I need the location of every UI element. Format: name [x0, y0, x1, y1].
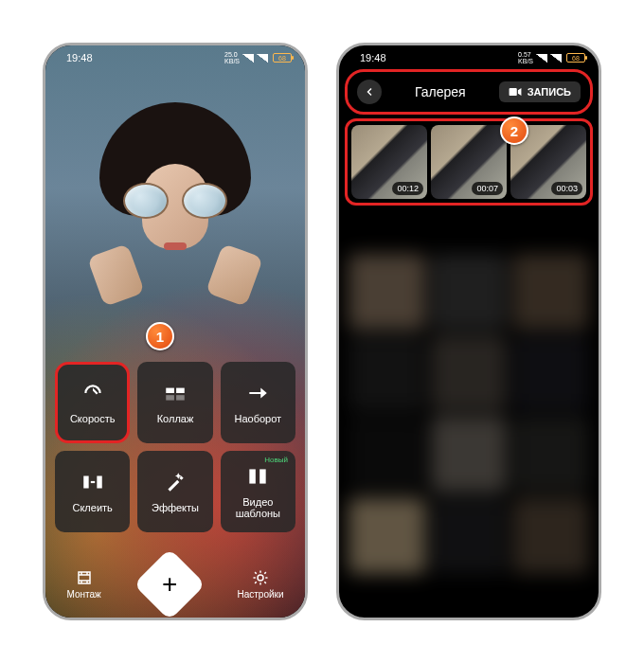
arrow-right-icon: [245, 381, 270, 405]
clock: 19:48: [360, 52, 386, 63]
svg-rect-7: [259, 469, 266, 483]
magic-wand-icon: [163, 470, 188, 494]
svg-rect-6: [250, 469, 257, 483]
collage-icon: [163, 381, 188, 405]
record-button[interactable]: ЗАПИСЬ: [499, 81, 581, 102]
signal-icon: [242, 54, 254, 63]
tool-speed[interactable]: Скорость: [55, 362, 130, 443]
header-highlight: Галерея ЗАПИСЬ: [345, 69, 593, 115]
tool-label: Склеить: [72, 502, 112, 513]
page-title: Галерея: [415, 84, 466, 99]
status-right: 25.0KB/S 68: [224, 51, 292, 64]
step-badge-1: 1: [146, 322, 174, 350]
record-label: ЗАПИСЬ: [528, 86, 571, 98]
svg-rect-5: [97, 476, 101, 489]
svg-rect-3: [176, 395, 185, 400]
add-button[interactable]: +: [133, 548, 205, 620]
tool-label: Наоборот: [235, 413, 282, 424]
net-speed: 0.57KB/S: [518, 51, 533, 64]
nav-label: Настройки: [237, 589, 283, 600]
net-speed: 25.0KB/S: [224, 51, 240, 64]
tool-label: Коллаж: [157, 413, 194, 424]
duration-badge: 00:07: [472, 182, 503, 195]
back-button[interactable]: [357, 80, 382, 104]
gear-icon: [252, 569, 269, 586]
nav-montage[interactable]: Монтаж: [66, 569, 100, 600]
nav-settings[interactable]: Настройки: [237, 569, 283, 600]
step-badge-2: 2: [500, 116, 528, 145]
tool-grid: Скорость Коллаж Наоборот Склеить Эффекты…: [45, 362, 305, 532]
signal-icon: [257, 54, 268, 63]
video-thumbnails-highlight: 00:12 00:07 00:03: [345, 118, 593, 206]
camera-icon: [509, 87, 522, 97]
templates-icon: [245, 464, 270, 489]
svg-rect-8: [509, 88, 516, 96]
phone-screen-2: 19:48 0.57KB/S 68 Галерея ЗАПИСЬ 2 00:12…: [336, 43, 601, 620]
bottom-nav: Монтаж + Настройки: [45, 559, 305, 610]
status-right: 0.57KB/S 68: [518, 51, 585, 64]
tool-effects[interactable]: Эффекты: [137, 451, 212, 532]
video-thumbnail[interactable]: 00:12: [351, 125, 427, 199]
gallery-header: Галерея ЗАПИСЬ: [348, 72, 590, 112]
new-badge: Новый: [260, 455, 292, 465]
video-thumbnail[interactable]: 00:07: [431, 125, 507, 199]
svg-rect-0: [166, 388, 174, 393]
battery-icon: 68: [273, 53, 292, 63]
tool-label: Видео шаблоны: [221, 496, 295, 519]
chevron-left-icon: [364, 86, 375, 98]
blurred-gallery: [349, 254, 589, 608]
signal-icon: [536, 54, 547, 63]
tool-collage[interactable]: Коллаж: [137, 362, 212, 443]
tool-templates[interactable]: Новый Видео шаблоны: [221, 451, 295, 532]
tool-label: Эффекты: [152, 502, 199, 513]
phone-screen-1: 19:48 25.0KB/S 68 1 Скорость Коллаж Наоб…: [43, 43, 308, 620]
signal-icon: [550, 54, 562, 63]
battery-icon: 68: [566, 53, 585, 63]
merge-icon: [80, 470, 105, 494]
wallpaper-figure: [80, 102, 270, 349]
tool-merge[interactable]: Склеить: [55, 451, 130, 532]
tool-reverse[interactable]: Наоборот: [221, 362, 295, 443]
speedometer-icon: [80, 381, 105, 405]
svg-rect-2: [166, 395, 174, 400]
status-bar: 19:48 0.57KB/S 68: [339, 45, 599, 66]
tool-label: Скорость: [70, 413, 116, 424]
clock: 19:48: [66, 52, 93, 63]
status-bar: 19:48 25.0KB/S 68: [45, 45, 305, 66]
film-icon: [76, 569, 93, 586]
nav-label: Монтаж: [66, 589, 100, 600]
svg-rect-4: [83, 476, 88, 489]
duration-badge: 00:12: [392, 182, 423, 195]
duration-badge: 00:03: [551, 182, 582, 195]
svg-rect-1: [176, 388, 185, 393]
